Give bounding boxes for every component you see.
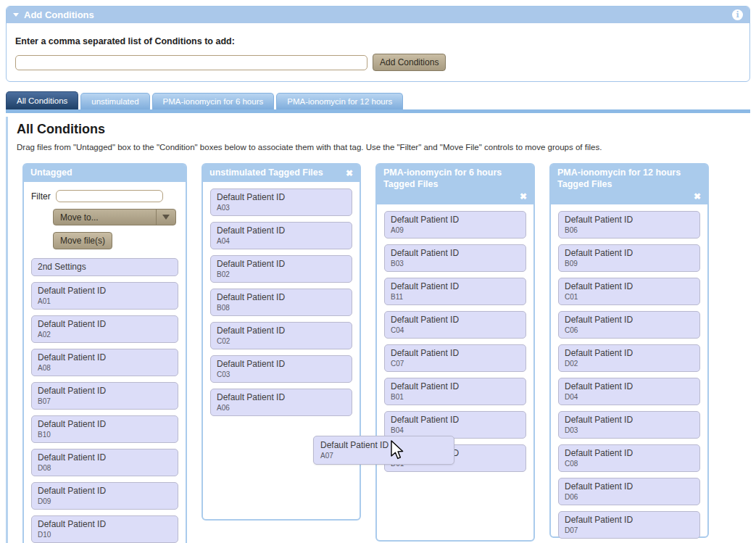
file-item[interactable]: Default Patient IDB01 [384, 378, 526, 405]
file-item-code: B08 [217, 304, 346, 312]
file-item[interactable]: Default Patient IDB08 [210, 289, 352, 316]
file-item-code: C06 [565, 326, 694, 334]
file-item[interactable]: Default Patient IDD04 [558, 378, 700, 405]
file-item[interactable]: Default Patient IDB07 [31, 382, 178, 410]
dragged-file-item[interactable]: Default Patient ID A07 [313, 436, 454, 465]
page-title: All Conditions [17, 122, 756, 137]
file-item[interactable]: Default Patient IDA09 [384, 211, 526, 239]
condition-file-list: Default Patient IDA09Default Patient IDB… [378, 211, 532, 472]
file-item-name: Default Patient ID [38, 452, 172, 463]
file-item[interactable]: Default Patient IDC03 [210, 355, 352, 383]
file-item[interactable]: Default Patient IDC04 [384, 311, 526, 339]
untagged-box: Untagged Filter Move to... Move file(s) … [22, 163, 187, 543]
add-conditions-panel-title: Add Conditions [24, 9, 94, 20]
condition-box-header: PMA-ionomycin for 6 hours Tagged Files ✖ [377, 165, 533, 204]
file-item-name: Default Patient ID [391, 281, 520, 291]
tab-all-conditions[interactable]: All Conditions [6, 91, 78, 109]
file-item-name: Default Patient ID [391, 348, 520, 358]
condition-box-header: unstimulated Tagged Files ✖ [203, 165, 360, 182]
file-item[interactable]: Default Patient IDB03 [384, 244, 526, 272]
file-item[interactable]: Default Patient IDA01 [31, 282, 178, 310]
file-item[interactable]: Default Patient IDD10 [31, 515, 178, 543]
file-item-name: Default Patient ID [217, 392, 346, 402]
file-item[interactable]: 2nd Settings [31, 258, 178, 276]
add-conditions-panel-header[interactable]: Add Conditions i [7, 7, 749, 23]
file-item[interactable]: Default Patient IDA04 [210, 222, 352, 249]
file-item-code: D03 [565, 426, 694, 434]
page: { "add_conditions_panel": { "title": "Ad… [0, 0, 756, 543]
file-item[interactable]: Default Patient IDB11 [384, 278, 526, 305]
file-item-code: A06 [217, 404, 346, 412]
file-item-code: D04 [565, 393, 694, 401]
close-icon[interactable]: ✖ [694, 192, 701, 201]
file-item[interactable]: Default Patient IDB02 [210, 255, 352, 283]
file-item-name: Default Patient ID [320, 440, 447, 450]
close-icon[interactable]: ✖ [520, 192, 527, 201]
file-item[interactable]: Default Patient IDA08 [31, 349, 178, 376]
move-to-select[interactable]: Move to... [53, 209, 176, 225]
condition-box-title: PMA-ionomycin for 12 hours Tagged Files [557, 167, 681, 189]
file-item[interactable]: Default Patient IDD08 [31, 449, 178, 476]
add-conditions-panel-body: Enter a comma separated list of Conditio… [7, 23, 749, 74]
file-item[interactable]: Default Patient IDB04 [384, 411, 526, 439]
file-item-name: Default Patient ID [391, 415, 520, 425]
add-conditions-panel: Add Conditions i Enter a comma separated… [6, 6, 750, 82]
file-item[interactable]: Default Patient IDC08 [558, 444, 700, 472]
file-item-code: A07 [320, 452, 447, 460]
tab-content-panel: All Conditions Drag files from "Untagged… [6, 117, 756, 543]
file-item-name: Default Patient ID [565, 281, 694, 291]
file-item-code: A03 [217, 204, 346, 212]
file-item[interactable]: Default Patient IDA06 [210, 389, 352, 416]
file-item-name: Default Patient ID [565, 415, 694, 425]
condition-box-pma-6-hours: PMA-ionomycin for 6 hours Tagged Files ✖… [375, 163, 535, 542]
file-item[interactable]: Default Patient IDD07 [558, 511, 700, 539]
file-item-name: Default Patient ID [391, 381, 520, 391]
file-item-code: B07 [38, 397, 172, 405]
file-item-code: C07 [391, 360, 520, 368]
tab-pma-ionomycin-12-hours[interactable]: PMA-ionomycin for 12 hours [276, 93, 403, 109]
file-item-name: Default Patient ID [391, 248, 520, 258]
file-item-name: Default Patient ID [38, 386, 172, 396]
file-item-code: B03 [391, 260, 520, 268]
file-item[interactable]: Default Patient IDD09 [31, 482, 178, 510]
instructions-text: Drag files from "Untagged" box to the "C… [17, 143, 756, 152]
file-item-name: Default Patient ID [38, 286, 172, 296]
info-icon[interactable]: i [732, 9, 743, 20]
file-item-name: Default Patient ID [391, 315, 520, 325]
file-item-name: Default Patient ID [217, 192, 346, 202]
select-arrow-box [156, 210, 175, 225]
file-item[interactable]: Default Patient IDA02 [31, 315, 178, 343]
file-item[interactable]: Default Patient IDB10 [31, 415, 178, 443]
file-item[interactable]: Default Patient IDC07 [384, 344, 526, 372]
file-item-name: Default Patient ID [38, 352, 172, 362]
file-item[interactable]: Default Patient IDC02 [210, 322, 352, 349]
file-item[interactable]: Default Patient IDD06 [558, 478, 700, 505]
tab-unstimulated[interactable]: unstimulated [80, 93, 149, 109]
tab-bar: All Conditions unstimulated PMA-ionomyci… [6, 93, 750, 113]
columns-container: Untagged Filter Move to... Move file(s) … [22, 163, 756, 543]
collapse-arrow-icon [13, 13, 19, 17]
file-item[interactable]: Default Patient IDC01 [558, 278, 700, 305]
file-item-name: Default Patient ID [391, 215, 520, 225]
file-item[interactable]: Default Patient IDA03 [210, 188, 352, 216]
filter-input[interactable] [56, 190, 163, 202]
close-icon[interactable]: ✖ [346, 169, 353, 178]
tab-pma-ionomycin-6-hours[interactable]: PMA-ionomycin for 6 hours [152, 93, 275, 109]
add-conditions-button[interactable]: Add Conditions [373, 54, 446, 71]
file-item[interactable]: Default Patient IDB06 [558, 211, 700, 239]
move-to-selected-value: Move to... [54, 212, 156, 223]
file-item-name: Default Patient ID [565, 315, 694, 325]
file-item[interactable]: Default Patient IDC06 [558, 311, 700, 339]
file-item[interactable]: Default Patient IDD03 [558, 411, 700, 439]
file-item-code: C08 [565, 460, 694, 468]
file-item-code: A04 [217, 237, 346, 245]
file-item-code: D09 [38, 497, 172, 505]
chevron-down-icon [162, 215, 170, 220]
file-item-code: B11 [391, 293, 520, 301]
condition-box-pma-12-hours: PMA-ionomycin for 12 hours Tagged Files … [549, 163, 709, 538]
file-item[interactable]: Default Patient IDB09 [558, 244, 700, 272]
move-files-button[interactable]: Move file(s) [53, 232, 112, 249]
file-item[interactable]: Default Patient IDD02 [558, 344, 700, 372]
conditions-input[interactable] [15, 55, 367, 70]
filter-label: Filter [31, 191, 51, 202]
